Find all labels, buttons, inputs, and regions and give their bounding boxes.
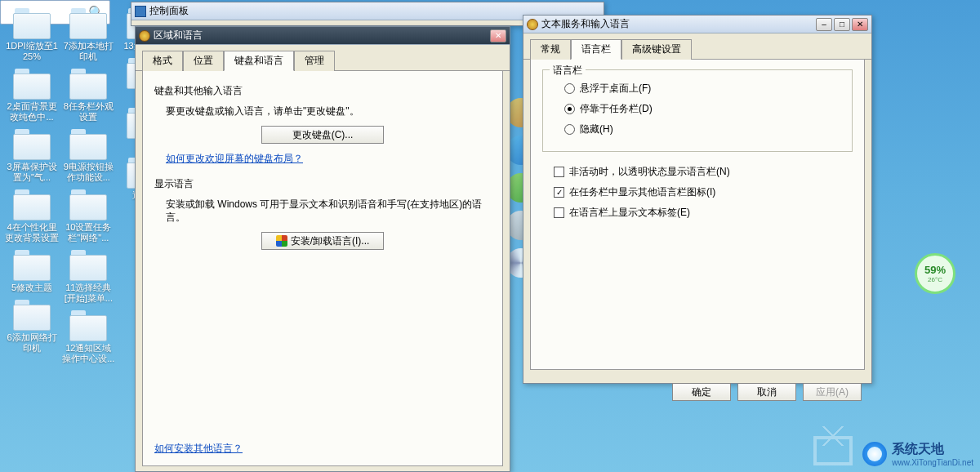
region-language-window: 区域和语言 ✕ 格式 位置 键盘和语言 管理 键盘和其他输入语言 要更改键盘或输… [135,26,510,472]
globe-icon [527,19,538,30]
desktop-icon-label: 9电源按钮操作功能设... [61,162,115,183]
ok-button[interactable]: 确定 [672,383,731,401]
folder-icon [11,298,52,331]
cancel-button[interactable]: 取消 [737,383,796,401]
watermark-name: 系统天地 [892,441,973,458]
desktop-icon-label: 6添加网络打印机 [5,332,59,354]
minimize-button[interactable]: – [816,18,832,31]
folder-icon [11,7,52,39]
gauge-percent: 59% [924,264,946,276]
desktop-folder[interactable]: 12通知区域操作中心设... [61,309,115,364]
tab-admin[interactable]: 管理 [294,51,335,71]
desktop-icon-label: 4在个性化里更改背景设置 [5,222,59,243]
text-button-row: 确定 取消 应用(A) [523,376,871,407]
check-taskbar-icons[interactable]: 在任务栏中显示其他语言栏图标(I) [542,182,853,203]
folder-icon [68,248,109,281]
keyboard-section-title: 键盘和其他输入语言 [154,84,491,98]
folder-icon [68,7,109,39]
desktop-icon-label: 12通知区域操作中心设... [61,343,115,364]
desktop-icon-label: 1DPI缩放至125% [5,41,59,62]
radio-dock[interactable]: 停靠于任务栏(D) [553,99,842,119]
gauge-temp: 26°C [928,276,942,283]
checkbox-icon [554,207,564,218]
maximize-button[interactable]: □ [834,18,850,31]
desktop-icon-label: 7添加本地打印机 [61,41,115,62]
tab-location[interactable]: 位置 [183,51,224,71]
desktop-folder[interactable]: 10设置任务栏"网络"... [61,188,115,243]
region-panel: 键盘和其他输入语言 要更改键盘或输入语言，请单击"更改键盘"。 更改键盘(C).… [142,71,503,466]
install-language-label: 安装/卸载语言(I)... [291,234,370,248]
region-tabs: 格式 位置 键盘和语言 管理 [136,45,510,71]
folder-icon [11,188,52,220]
check-transparent[interactable]: 非活动时，以透明状态显示语言栏(N) [542,162,853,182]
folder-icon [68,127,109,160]
tab-format[interactable]: 格式 [142,51,183,71]
apply-button[interactable]: 应用(A) [803,383,862,401]
desktop-icon-label: 2桌面背景更改纯色中... [5,101,59,122]
welcome-layout-link[interactable]: 如何更改欢迎屏幕的键盘布局？ [166,153,303,164]
text-panel: 语言栏 悬浮于桌面上(F) 停靠于任务栏(D) 隐藏(H) 非活动时，以透明状态… [530,60,865,370]
watermark: 系统天地 www.XiTongTianDi.net [862,441,973,467]
display-lang-section-title: 显示语言 [154,177,491,191]
tab-keyboard-language[interactable]: 键盘和语言 [224,51,294,71]
desktop-icon-label: 5修改主题 [5,283,59,293]
watermark-url: www.XiTongTianDi.net [892,458,973,467]
desktop-icon-label: 3屏幕保护设置为"气... [5,162,59,183]
radio-icon [564,83,575,94]
desktop-folder[interactable]: 6添加网络打印机 [5,298,59,354]
radio-hide[interactable]: 隐藏(H) [553,119,842,140]
group-title: 语言栏 [550,64,586,78]
folder-icon [68,188,109,220]
tab-general[interactable]: 常规 [530,39,571,60]
desktop-icon-label: 11选择经典[开始]菜单... [61,283,115,304]
desktop-icon-label: 8任务栏外观设置 [61,101,115,122]
language-bar-group: 语言栏 悬浮于桌面上(F) 停靠于任务栏(D) 隐藏(H) [542,69,853,152]
region-title: 区域和语言 [154,29,487,42]
watermark-logo-icon [862,442,887,466]
radio-float[interactable]: 悬浮于桌面上(F) [553,78,842,99]
text-title: 文本服务和输入语言 [541,17,813,31]
folder-icon [11,248,52,281]
region-titlebar[interactable]: 区域和语言 ✕ [136,27,510,45]
checkbox-icon [554,167,564,177]
text-tabs: 常规 语言栏 高级键设置 [523,33,871,60]
display-lang-section-text: 安装或卸载 Windows 可用于显示文本和识别语音和手写(在支持地区)的语言。 [166,198,491,224]
checkbox-icon [554,187,564,198]
desktop-folder[interactable]: 7添加本地打印机 [61,7,115,62]
install-language-button[interactable]: 安装/卸载语言(I)... [261,232,384,250]
check-text-labels[interactable]: 在语言栏上显示文本标签(E) [542,203,853,223]
temperature-gauge[interactable]: 59% 26°C [915,253,956,294]
text-services-window: 文本服务和输入语言 – □ ✕ 常规 语言栏 高级键设置 语言栏 悬浮于桌面上(… [523,15,872,384]
tab-advanced-keys[interactable]: 高级键设置 [621,39,692,60]
desktop-icon-label: 10设置任务栏"网络"... [61,222,115,243]
folder-icon [68,309,109,341]
text-titlebar[interactable]: 文本服务和输入语言 – □ ✕ [523,16,871,33]
keyboard-section-text: 要更改键盘或输入语言，请单击"更改键盘"。 [166,105,491,118]
globe-icon [139,30,150,42]
desktop-folder[interactable]: 3屏幕保护设置为"气... [5,127,59,183]
tab-language-bar[interactable]: 语言栏 [571,39,621,60]
radio-icon [564,104,575,114]
desktop-folder[interactable]: 1DPI缩放至125% [5,7,59,62]
folder-icon [11,67,52,100]
desktop-folder[interactable]: 2桌面背景更改纯色中... [5,67,59,122]
desktop-folder[interactable]: 11选择经典[开始]菜单... [61,248,115,304]
how-install-link[interactable]: 如何安装其他语言？ [154,442,243,456]
radio-icon [564,124,575,135]
house-watermark-icon [808,426,858,465]
shield-icon [276,235,287,247]
change-keyboard-button[interactable]: 更改键盘(C)... [261,126,384,144]
desktop-folder[interactable]: 8任务栏外观设置 [61,67,115,122]
desktop-folder[interactable]: 9电源按钮操作功能设... [61,127,115,183]
desktop-folder[interactable]: 4在个性化里更改背景设置 [5,188,59,243]
control-panel-icon [135,6,146,17]
folder-icon [68,67,109,100]
folder-icon [11,127,52,160]
desktop-folder[interactable]: 5修改主题 [5,248,59,293]
close-button[interactable]: ✕ [852,18,868,31]
close-button[interactable]: ✕ [490,29,506,42]
